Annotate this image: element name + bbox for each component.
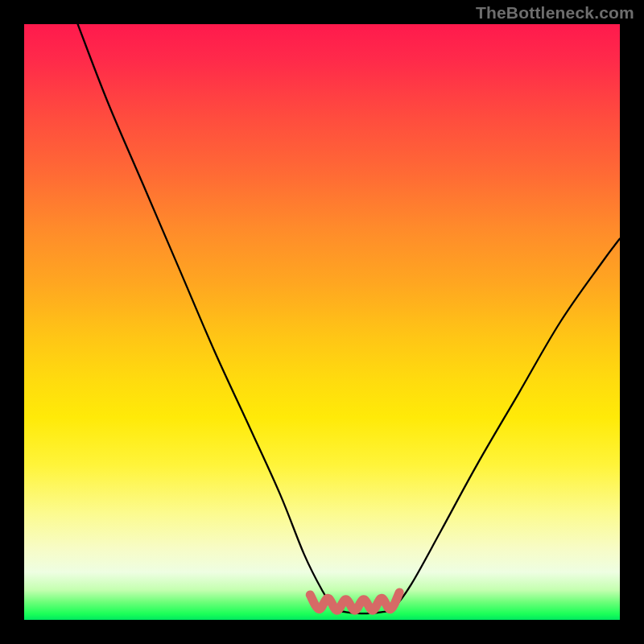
- bottom-squiggle: [310, 592, 399, 610]
- chart-svg: [24, 24, 620, 620]
- chart-frame: TheBottleneck.com: [0, 0, 644, 644]
- watermark-text: TheBottleneck.com: [476, 3, 634, 23]
- plot-area: [24, 24, 620, 620]
- bottleneck-curve: [78, 24, 620, 613]
